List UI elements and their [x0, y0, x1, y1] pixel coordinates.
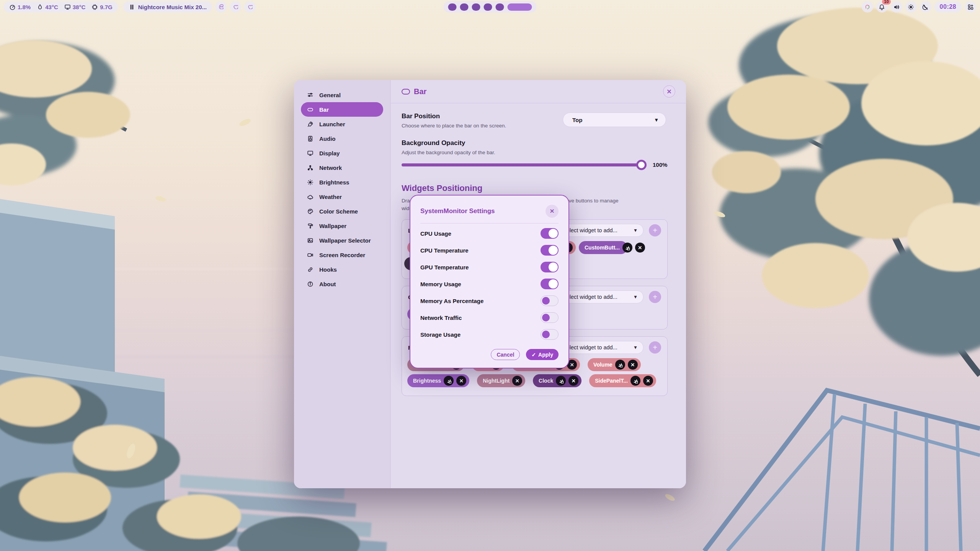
workspace-dot[interactable] [484, 3, 492, 11]
apps-overview-button[interactable] [965, 1, 976, 13]
toggle-label: CPU Usage [420, 230, 451, 237]
workspace-dot[interactable] [448, 3, 457, 11]
add-widget-button[interactable]: + [649, 341, 661, 354]
opacity-slider[interactable] [402, 163, 646, 166]
heart-button[interactable] [244, 1, 256, 13]
toggle-label: Memory Usage [420, 281, 461, 287]
chevron-down-icon: ▼ [654, 117, 659, 123]
sidebar-item-screen-recorder[interactable]: Screen Recorder [301, 248, 383, 262]
sidebar-item-about[interactable]: About [301, 277, 383, 291]
topbar-right: 10 00:28 [862, 1, 976, 13]
chip-remove-button[interactable]: ✕ [643, 376, 653, 386]
toggle-switch-gpu-temperature[interactable] [541, 262, 559, 272]
sidebar-item-audio[interactable]: Audio [301, 131, 383, 146]
chip-settings-button[interactable] [630, 376, 640, 386]
window-close-button[interactable]: ✕ [663, 85, 675, 98]
toggle-label: Network Traffic [420, 315, 462, 321]
workspace-indicator [444, 1, 537, 13]
sidebar-item-bar[interactable]: Bar [301, 102, 383, 117]
stat-chip: 9.7G [91, 4, 113, 10]
chip-label: CustomButt... [585, 245, 620, 251]
bar-pill-icon [307, 106, 314, 113]
toggle-switch-cpu-temperature[interactable] [541, 245, 559, 256]
sidebar-item-color-scheme[interactable]: Color Scheme [301, 204, 383, 218]
modal-close-button[interactable]: ✕ [546, 205, 559, 218]
tray-app-button[interactable] [862, 1, 873, 13]
link-icon [307, 266, 314, 273]
add-widget-button[interactable]: + [649, 224, 661, 236]
modal-divider [420, 223, 559, 223]
toggle-label: CPU Temperature [420, 247, 469, 254]
toggle-switch-memory-usage[interactable] [541, 279, 559, 289]
chip-remove-button[interactable]: ✕ [512, 376, 522, 386]
stat-value: 9.7G [100, 4, 113, 10]
chip-remove-button[interactable]: ✕ [456, 376, 466, 386]
sidebar-item-network[interactable]: Network [301, 160, 383, 175]
system-stats[interactable]: 1.8%43°C38°C9.7G [4, 1, 118, 13]
toggle-row: Network Traffic [420, 309, 559, 326]
widget-chip-custombutt[interactable]: CustomButt...✕ [579, 241, 627, 254]
toggle-row: Memory As Percentage [420, 292, 559, 309]
apply-button[interactable]: ✓ Apply [526, 349, 559, 360]
add-widget-dropdown[interactable]: Select widget to add...▼ [556, 341, 644, 354]
sidebar-item-wallpaper[interactable]: Wallpaper [301, 218, 383, 233]
widget-chip-sidepanelt[interactable]: SidePanelT...✕ [589, 374, 656, 387]
sidebar-item-wallpaper-selector[interactable]: Wallpaper Selector [301, 233, 383, 248]
add-widget-button[interactable]: + [649, 291, 661, 303]
widgets-positioning-title: Widgets Positioning [402, 183, 686, 193]
nightlight-off-icon [922, 4, 929, 10]
opacity-value: 100% [653, 161, 667, 168]
sidebar-item-brightness[interactable]: Brightness [301, 175, 383, 189]
camera-icon [307, 252, 314, 258]
chip-settings-button[interactable] [615, 360, 625, 370]
workspace-dot[interactable] [472, 3, 480, 11]
chip-label: SidePanelT... [595, 378, 628, 384]
check-icon: ✓ [531, 352, 536, 358]
toggle-switch-memory-as-percentage[interactable] [541, 295, 559, 306]
skull-button[interactable] [215, 1, 227, 13]
widget-chip-clock[interactable]: Clock✕ [533, 374, 581, 387]
opacity-slider-knob[interactable] [636, 160, 647, 170]
toggle-switch-cpu-usage[interactable] [541, 228, 559, 239]
settings-sidebar: GeneralBarLauncherAudioDisplayNetworkBri… [294, 80, 390, 488]
header-divider [391, 103, 686, 103]
chip-remove-button[interactable]: ✕ [568, 376, 578, 386]
chip-remove-button[interactable]: ✕ [628, 360, 638, 370]
sidebar-item-general[interactable]: General [301, 88, 383, 102]
sidebar-item-launcher[interactable]: Launcher [301, 117, 383, 131]
add-widget-dropdown[interactable]: Select widget to add...▼ [556, 224, 644, 237]
toggle-switch-network-traffic[interactable] [541, 312, 559, 323]
chip-remove-button[interactable]: ✕ [635, 243, 645, 253]
workspace-dot[interactable] [460, 3, 469, 11]
chip-label: NightLight [483, 378, 510, 384]
media-player[interactable]: Nightcore Music Mix 20... [123, 1, 212, 13]
monitor-icon [64, 4, 71, 10]
image-icon [307, 237, 314, 244]
sidebar-item-hooks[interactable]: Hooks [301, 262, 383, 277]
widget-chip-nightlight[interactable]: NightLight✕ [477, 374, 525, 387]
sidebar-item-weather[interactable]: Weather [301, 189, 383, 204]
toggle-switch-storage-usage[interactable] [541, 329, 559, 340]
volume-button[interactable] [891, 1, 902, 13]
nightlight-button[interactable] [920, 1, 931, 13]
bar-position-dropdown[interactable]: Top ▼ [563, 112, 666, 127]
notifications-button[interactable]: 10 [876, 1, 888, 13]
sidebar-item-display[interactable]: Display [301, 146, 383, 160]
widget-chip-volume[interactable]: Volume✕ [588, 358, 641, 371]
toggle-row: Memory Usage [420, 276, 559, 292]
toggle-label: GPU Temperature [420, 264, 469, 271]
brightness-button[interactable] [905, 1, 917, 13]
cancel-button[interactable]: Cancel [491, 349, 520, 360]
heart-button[interactable] [230, 1, 241, 13]
workspace-dot[interactable] [496, 3, 504, 11]
chip-settings-button[interactable] [556, 376, 566, 386]
sidebar-item-label: Network [319, 165, 342, 171]
clock-text: 00:28 [940, 3, 956, 10]
palette-icon [307, 208, 314, 215]
add-widget-dropdown[interactable]: Select widget to add...▼ [556, 290, 644, 303]
chip-settings-button[interactable] [622, 243, 632, 253]
chip-settings-button[interactable] [444, 376, 454, 386]
widget-chip-brightness[interactable]: Brightness✕ [407, 374, 469, 387]
clock[interactable]: 00:28 [934, 1, 962, 13]
workspace-dot-active[interactable] [508, 3, 532, 11]
